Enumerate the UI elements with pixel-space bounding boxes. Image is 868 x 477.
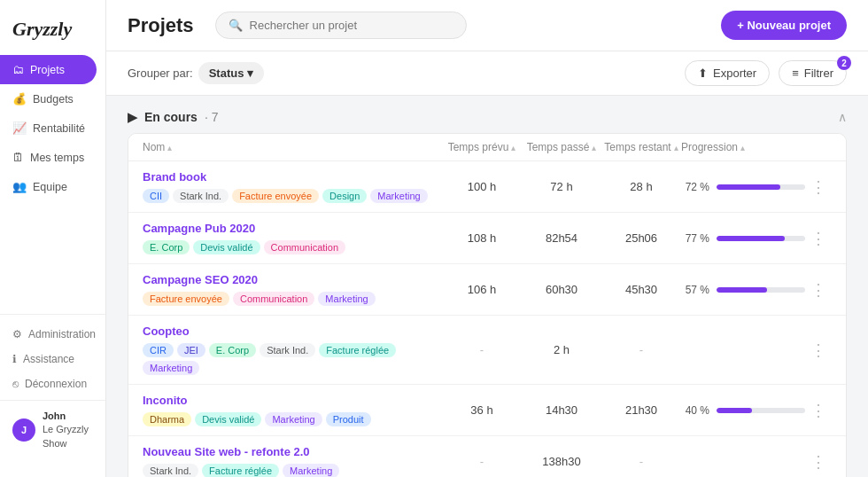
nav-icon-mes-temps: 🗓 (12, 151, 24, 164)
tag-facture-réglée: Facture réglée (319, 343, 396, 357)
sidebar-bottom-deconnexion[interactable]: ⎋ Déconnexion (0, 371, 105, 396)
table-row: Brand book CIIStark Ind.Facture envoyéeD… (128, 161, 846, 213)
project-name-cell: Nouveau Site web - refonte 2.0 Stark Ind… (143, 445, 442, 477)
sidebar-label-budgets: Budgets (33, 93, 74, 106)
tag-facture-envoyée: Facture envoyée (143, 292, 229, 306)
tags-row: Facture envoyéeCommunicationMarketing (143, 292, 442, 306)
tag-produit: Produit (326, 412, 371, 426)
project-name[interactable]: Coopteo (143, 325, 442, 338)
section-title[interactable]: ▶ En cours · 7 (128, 110, 218, 124)
sidebar-bottom: ⚙ Administrationℹ Assistance⎋ Déconnexio… (0, 314, 105, 466)
col-header-progression[interactable]: Progression ▴ (681, 141, 805, 153)
row-menu-button[interactable]: ⋮ (805, 342, 832, 358)
row-menu-button[interactable]: ⋮ (805, 454, 832, 470)
bottom-icon-assistance: ℹ (12, 353, 17, 365)
search-box[interactable]: 🔍 (215, 12, 468, 39)
project-name[interactable]: Inconito (143, 394, 442, 407)
col-header-temps-prevu[interactable]: Temps prévu ▴ (442, 141, 522, 153)
project-name[interactable]: Nouveau Site web - refonte 2.0 (143, 445, 442, 458)
progress-pct: 57 % (681, 284, 709, 296)
tag-marketing: Marketing (283, 464, 339, 477)
row-menu-button[interactable]: ⋮ (805, 179, 832, 195)
progress-pct: 40 % (681, 404, 709, 417)
tag-marketing: Marketing (265, 412, 322, 426)
project-name[interactable]: Campagne Pub 2020 (143, 222, 442, 235)
table-row: Nouveau Site web - refonte 2.0 Stark Ind… (128, 436, 846, 477)
sidebar-label-equipe: Equipe (33, 181, 67, 193)
search-input[interactable] (250, 19, 454, 32)
sidebar-label-mes-temps: Mes temps (30, 152, 84, 164)
sidebar-label-rentabilite: Rentabilité (33, 122, 85, 135)
project-name[interactable]: Brand book (143, 170, 442, 184)
export-icon: ⬆ (698, 66, 708, 80)
sidebar-item-mes-temps[interactable]: 🗓 Mes temps (0, 143, 105, 172)
table-row: Inconito DharmaDevis validéMarketingProd… (128, 385, 846, 436)
section-header: ▶ En cours · 7 ∧ (128, 110, 847, 124)
temps-prevu-cell: 36 h (442, 403, 522, 417)
filter-button[interactable]: ≡ Filtrer 2 (779, 60, 847, 86)
progress-cell: 77 % (681, 232, 805, 245)
table-row: Coopteo CIRJEIE. CorpStark Ind.Facture r… (128, 316, 846, 385)
group-by-label: Grouper par: (128, 66, 193, 80)
sidebar-user: J John Le Gryzzly Show (0, 400, 105, 459)
bottom-icon-deconnexion: ⎋ (12, 378, 19, 390)
temps-passe-cell: 138h30 (522, 455, 601, 468)
tag-marketing: Marketing (370, 189, 427, 203)
filter-badge: 2 (837, 56, 851, 70)
progress-bar-fill (717, 287, 767, 293)
tags-row: Stark Ind.Facture régléeMarketing (143, 464, 442, 477)
tag-jei: JEI (177, 343, 205, 357)
nav-icon-projets: 🗂 (12, 63, 24, 76)
tag-cir: CIR (143, 343, 174, 357)
group-by-section: Grouper par: Status ▾ (128, 62, 264, 84)
sidebar: Gryzzly 🗂 Projets💰 Budgets📈 Rentabilité🗓… (0, 0, 106, 477)
temps-prevu-cell: - (442, 455, 522, 468)
user-subtitle: Le Gryzzly Show (43, 423, 93, 450)
user-name: John (43, 410, 93, 423)
bottom-icon-administration: ⚙ (12, 328, 22, 340)
progress-cell: 57 % (681, 284, 805, 296)
section-name: En cours (144, 110, 198, 124)
bottom-label-deconnexion: Déconnexion (25, 378, 87, 390)
row-menu-button[interactable]: ⋮ (805, 403, 832, 418)
tag-cii: CII (143, 189, 169, 203)
tags-row: CIIStark Ind.Facture envoyéeDesignMarket… (143, 189, 442, 203)
project-name[interactable]: Campagne SEO 2020 (143, 273, 442, 286)
main-content: Projets 🔍 + Nouveau projet Grouper par: … (106, 0, 868, 477)
export-button[interactable]: ⬆ Exporter (685, 60, 770, 86)
sidebar-bottom-administration[interactable]: ⚙ Administration (0, 322, 105, 347)
tag-devis-validé: Devis validé (193, 240, 260, 254)
col-header-temps-restant[interactable]: Temps restant ▴ (601, 141, 681, 153)
row-menu-button[interactable]: ⋮ (805, 282, 832, 298)
sidebar-bottom-assistance[interactable]: ℹ Assistance (0, 347, 105, 371)
tag-e.-corp: E. Corp (209, 343, 256, 357)
row-menu-button[interactable]: ⋮ (805, 231, 832, 246)
sidebar-item-rentabilite[interactable]: 📈 Rentabilité (0, 113, 105, 143)
header: Projets 🔍 + Nouveau projet (106, 0, 868, 51)
col-header-nom[interactable]: Nom ▴ (143, 141, 442, 153)
sidebar-item-equipe[interactable]: 👥 Equipe (0, 172, 105, 201)
nav-icon-equipe: 👥 (12, 180, 27, 193)
temps-restant-cell: - (601, 455, 681, 468)
new-project-button[interactable]: + Nouveau projet (721, 11, 847, 40)
col-header-temps-passe[interactable]: Temps passé ▴ (522, 141, 601, 153)
table-row: Campagne SEO 2020 Facture envoyéeCommuni… (128, 264, 846, 316)
avatar: J (12, 418, 35, 442)
progress-bar-fill (717, 236, 785, 241)
tags-row: E. CorpDevis validéCommunication (143, 240, 442, 254)
project-name-cell: Brand book CIIStark Ind.Facture envoyéeD… (143, 170, 442, 203)
group-by-button[interactable]: Status ▾ (198, 62, 265, 84)
progress-bar-fill (717, 184, 780, 190)
nav-icon-budgets: 💰 (12, 92, 27, 106)
sidebar-item-budgets[interactable]: 💰 Budgets (0, 84, 105, 113)
tag-stark-ind.: Stark Ind. (260, 343, 315, 357)
tags-row: CIRJEIE. CorpStark Ind.Facture régléeMar… (143, 343, 442, 375)
nav-icon-rentabilite: 📈 (12, 121, 27, 135)
section-expand-icon: ▶ (128, 110, 137, 124)
temps-restant-cell: 21h30 (601, 403, 681, 417)
temps-restant-cell: 25h06 (601, 231, 681, 245)
collapse-icon[interactable]: ∧ (838, 110, 847, 124)
tag-design: Design (322, 189, 367, 203)
bottom-label-assistance: Assistance (23, 353, 74, 365)
sidebar-item-projets[interactable]: 🗂 Projets (0, 55, 97, 84)
